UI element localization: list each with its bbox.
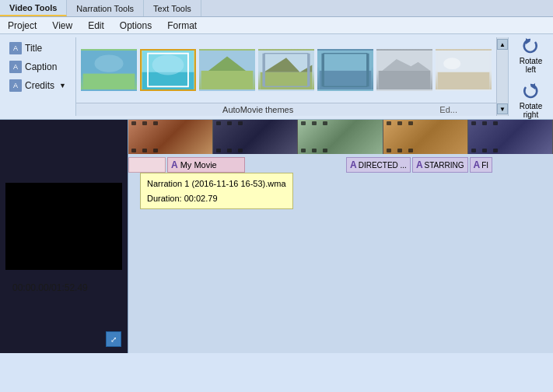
menu-format[interactable]: Format	[159, 19, 205, 33]
ribbon-text-buttons: A Title A Caption A Credits ▼	[0, 37, 76, 116]
thumbnail-5[interactable]	[317, 49, 373, 91]
starring-item[interactable]: A STARRING	[412, 157, 468, 173]
tab-text-tools[interactable]: Text Tools	[144, 0, 201, 16]
preview-bottom: 00:00.00/01:52.49 ⤢	[0, 276, 128, 296]
thumbnail-6[interactable]	[376, 49, 432, 91]
tab-video-tools[interactable]: Video Tools	[0, 0, 67, 16]
thumbnail-4[interactable]	[258, 49, 314, 91]
video-frame-2	[213, 120, 298, 154]
video-frame-4	[383, 120, 468, 154]
svg-rect-15	[308, 54, 310, 87]
edit-label: Ed...	[439, 105, 457, 114]
automovie-label: AutoMovie themes Ed...	[76, 103, 496, 116]
thumbnail-3[interactable]	[199, 49, 255, 91]
credits-icon: A	[9, 79, 22, 92]
preview-time-row: 00:00.00/01:52.49 ⤢	[6, 276, 121, 296]
preview-screen	[5, 183, 122, 270]
menu-edit[interactable]: Edit	[80, 19, 112, 33]
thumbnail-7[interactable]	[436, 49, 492, 91]
svg-point-5	[152, 55, 184, 75]
empty-title-box	[128, 157, 166, 173]
thumbnail-scrollbar[interactable]: ▲ ▼	[496, 37, 508, 116]
svg-point-2	[94, 55, 123, 72]
menu-options[interactable]: Options	[112, 19, 159, 33]
video-strip	[128, 120, 553, 154]
preview-time: 00:00.00/01:52.49	[12, 282, 88, 293]
svg-point-26	[443, 58, 460, 69]
title-icon: A	[9, 42, 22, 54]
video-frames	[128, 120, 553, 154]
video-frame-5	[468, 120, 553, 154]
fi-letter-a: A	[474, 159, 481, 170]
title-letter-a: A	[171, 159, 178, 170]
timeline-area: A My Movie A DIRECTED ... A STARRING A F…	[128, 120, 553, 353]
rotate-right-icon	[520, 80, 541, 102]
svg-rect-8	[201, 71, 254, 89]
svg-rect-14	[262, 54, 264, 87]
fullscreen-button[interactable]: ⤢	[106, 331, 121, 347]
caption-button[interactable]: A Caption	[6, 59, 69, 75]
credits-dropdown-arrow: ▼	[59, 82, 66, 89]
rotate-left-label: Rotate left	[515, 57, 547, 74]
ribbon-rotate-buttons: Rotate left Rotate right	[508, 37, 553, 116]
menu-view[interactable]: View	[44, 19, 80, 33]
credits-button[interactable]: A Credits ▼	[6, 78, 69, 93]
credits-track: A DIRECTED ... A STARRING A FI	[346, 157, 492, 173]
rotate-left-icon	[520, 35, 541, 57]
svg-rect-25	[438, 72, 490, 89]
menu-project[interactable]: Project	[0, 19, 44, 33]
svg-rect-22	[379, 71, 431, 89]
toolbar-tabs: Video Tools Narration Tools Text Tools	[0, 0, 553, 17]
directed-letter-a: A	[350, 159, 357, 170]
rotate-left-button[interactable]: Rotate left	[512, 33, 550, 75]
preview-panel: 00:00.00/01:52.49 ⤢	[0, 120, 128, 353]
tab-narration-tools[interactable]: Narration Tools	[67, 0, 144, 16]
rotate-right-label: Rotate right	[515, 102, 547, 119]
ribbon: A Title A Caption A Credits ▼	[0, 34, 553, 120]
svg-rect-20	[367, 54, 369, 87]
video-frame-3	[298, 120, 383, 154]
caption-icon: A	[9, 61, 22, 73]
fi-item[interactable]: A FI	[470, 157, 493, 173]
title-button[interactable]: A Title	[6, 40, 69, 56]
scroll-down-arrow[interactable]: ▼	[497, 103, 508, 114]
directed-item[interactable]: A DIRECTED ...	[346, 157, 411, 173]
svg-rect-19	[321, 54, 324, 87]
thumbnail-2[interactable]	[140, 49, 196, 91]
thumbnails-area: AutoMovie themes Ed...	[76, 37, 496, 116]
main-content: 00:00.00/01:52.49 ⤢	[0, 120, 553, 353]
thumbnails-row	[76, 37, 496, 103]
my-movie-title-item[interactable]: A My Movie	[167, 157, 245, 173]
narration-tooltip: Narration 1 (2016-11-16 16-53).wma Durat…	[140, 173, 293, 209]
thumbnail-1[interactable]	[81, 49, 137, 91]
svg-rect-1	[83, 74, 135, 89]
rotate-right-button[interactable]: Rotate right	[512, 79, 550, 121]
starring-letter-a: A	[416, 159, 423, 170]
video-frame-1	[128, 120, 213, 154]
menu-bar: Project View Edit Options Format	[0, 17, 553, 34]
scroll-up-arrow[interactable]: ▲	[497, 39, 508, 50]
